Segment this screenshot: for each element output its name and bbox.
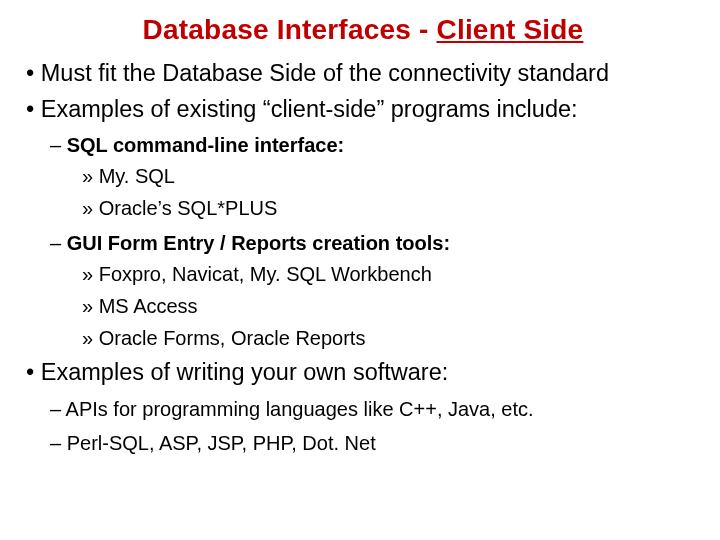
- bullet-text: GUI Form Entry / Reports creation tools:: [67, 232, 450, 254]
- bullet-text: Foxpro, Navicat, My. SQL Workbench: [99, 263, 432, 285]
- slide-title: Database Interfaces - Client Side: [26, 14, 700, 46]
- bullet-level2: SQL command-line interface:: [50, 131, 700, 159]
- bullet-level2: Perl-SQL, ASP, JSP, PHP, Dot. Net: [50, 429, 700, 457]
- bullet-text: Perl-SQL, ASP, JSP, PHP, Dot. Net: [67, 432, 376, 454]
- slide: Database Interfaces - Client Side Must f…: [0, 0, 720, 540]
- bullet-level3: MS Access: [82, 291, 700, 321]
- bullet-text: Examples of writing your own software:: [41, 359, 449, 385]
- bullet-text: Examples of existing “client-side” progr…: [41, 96, 578, 122]
- bullet-text: Must fit the Database Side of the connec…: [41, 60, 609, 86]
- bullet-level3: Foxpro, Navicat, My. SQL Workbench: [82, 259, 700, 289]
- bullet-text: SQL command-line interface:: [67, 134, 344, 156]
- bullet-level1: Must fit the Database Side of the connec…: [26, 58, 700, 90]
- bullet-text: My. SQL: [99, 165, 175, 187]
- title-text-plain: Database Interfaces -: [143, 14, 437, 45]
- bullet-level3: My. SQL: [82, 161, 700, 191]
- bullet-level2: GUI Form Entry / Reports creation tools:: [50, 229, 700, 257]
- bullet-level1: Examples of existing “client-side” progr…: [26, 94, 700, 126]
- bullet-level3: Oracle Forms, Oracle Reports: [82, 323, 700, 353]
- bullet-text: Oracle Forms, Oracle Reports: [99, 327, 366, 349]
- bullet-level1: Examples of writing your own software:: [26, 357, 700, 389]
- bullet-level2: APIs for programming languages like C++,…: [50, 395, 700, 423]
- bullet-text: Oracle’s SQL*PLUS: [99, 197, 278, 219]
- bullet-level3: Oracle’s SQL*PLUS: [82, 193, 700, 223]
- bullet-text: APIs for programming languages like C++,…: [66, 398, 534, 420]
- bullet-text: MS Access: [99, 295, 198, 317]
- title-text-underlined: Client Side: [436, 14, 583, 45]
